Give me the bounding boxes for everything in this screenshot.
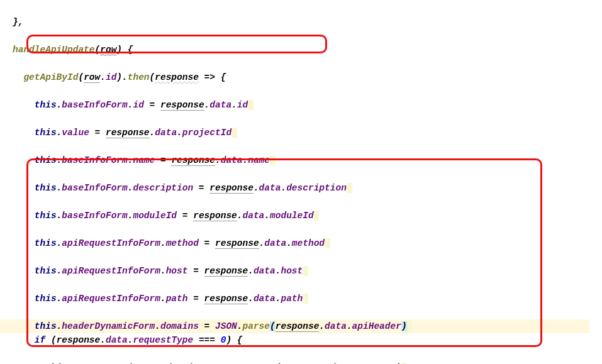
code-line: this.baseInfoForm.name = response.data.n… (13, 153, 602, 167)
code-line: this.baseInfoForm.id = response.data.id (13, 98, 602, 112)
code-line: this.apiRequestInfoForm.method = respons… (13, 236, 602, 250)
code-line: this.queryDynamicForm.domains = JSON.par… (13, 361, 602, 364)
code-line: this.apiRequestInfoForm.path = response.… (13, 292, 602, 306)
code-line: this.headerDynamicForm.domains = JSON.pa… (0, 319, 589, 333)
code-editor[interactable]: }, handleApiUpdate(row) { getApiById(row… (0, 0, 602, 364)
code-line: this.baseInfoForm.moduleId = response.da… (13, 209, 602, 223)
code-line: this.value = response.data.projectId (13, 126, 602, 140)
code-line: this.baseInfoForm.description = response… (13, 181, 602, 195)
code-line: if (response.data.requestType === 0) { (13, 333, 602, 347)
code-line: getApiById(row.id).then(response => { (13, 70, 602, 84)
code-line: this.apiRequestInfoForm.host = response.… (13, 264, 602, 278)
code-line: handleApiUpdate(row) { (13, 43, 602, 57)
code-line: }, (13, 15, 602, 29)
